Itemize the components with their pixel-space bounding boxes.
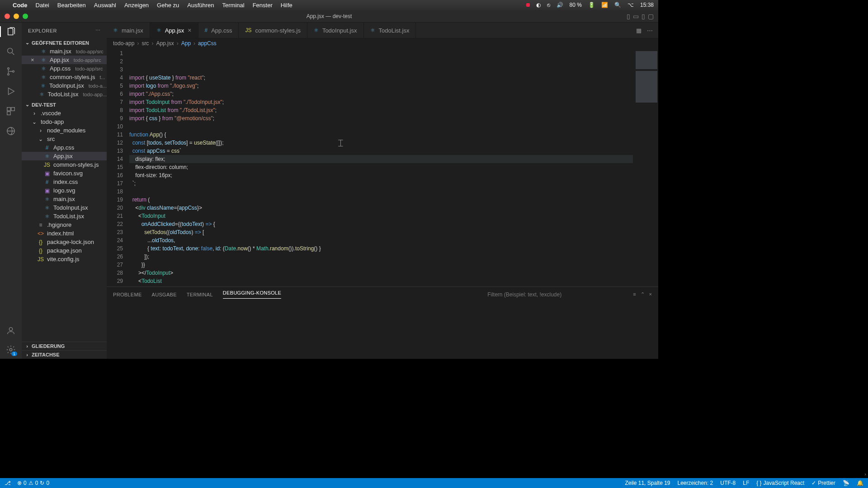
tray-battery-icon[interactable]: 🔋 bbox=[588, 2, 595, 8]
file-item[interactable]: <>index.html bbox=[22, 229, 107, 238]
code-editor[interactable]: ⌶ import { useState } from "react";impor… bbox=[129, 48, 633, 286]
file-item[interactable]: ▣favicon.svg bbox=[22, 169, 107, 178]
clock[interactable]: 15:38 bbox=[640, 2, 654, 8]
extensions-icon[interactable] bbox=[5, 106, 16, 117]
close-icon[interactable]: × bbox=[31, 56, 37, 63]
maximize-window-button[interactable] bbox=[23, 14, 28, 19]
breadcrumb-segment[interactable]: todo-app bbox=[113, 40, 134, 47]
search-icon[interactable] bbox=[5, 46, 16, 57]
more-actions-icon[interactable]: ⋯ bbox=[647, 27, 653, 34]
editor-tab[interactable]: ⚛︎TodoInput.jsx bbox=[307, 23, 364, 38]
folder-item[interactable]: ›node_modules bbox=[22, 126, 107, 135]
file-item[interactable]: ⚛︎App.jsx bbox=[22, 152, 107, 160]
menu-help[interactable]: Hilfe bbox=[281, 2, 292, 9]
file-item[interactable]: #App.css bbox=[22, 143, 107, 152]
chevron-right-icon: › bbox=[177, 40, 179, 47]
file-item[interactable]: {}package.json bbox=[22, 246, 107, 255]
outline-header[interactable]: › GLIEDERUNG bbox=[22, 342, 107, 350]
breadcrumb-segment[interactable]: App.jsx bbox=[156, 40, 174, 47]
folder-item[interactable]: ⌄todo-app bbox=[22, 117, 107, 126]
file-icon: ⚛︎ bbox=[40, 83, 47, 89]
battery-percent[interactable]: 80 % bbox=[570, 2, 582, 8]
svg-line-1 bbox=[12, 53, 14, 55]
open-editor-item[interactable]: ⚛︎App.csstodo-app/src bbox=[22, 64, 107, 73]
source-control-icon[interactable] bbox=[5, 66, 16, 77]
open-editor-item[interactable]: ⚛︎TodoList.jsxtodo-app... bbox=[22, 90, 107, 99]
toggle-sidebar-icon[interactable]: ▯ bbox=[627, 13, 630, 20]
breadcrumb[interactable]: todo-app›src›App.jsx›App›appCss bbox=[107, 38, 658, 48]
breadcrumb-segment[interactable]: App bbox=[181, 40, 191, 47]
menu-edit[interactable]: Bearbeiten bbox=[57, 2, 86, 9]
folder-item[interactable]: ›.vscode bbox=[22, 109, 107, 117]
file-item[interactable]: {}package-lock.json bbox=[22, 238, 107, 246]
editor-tab[interactable]: JScommon-styles.js bbox=[239, 23, 307, 38]
open-editors-header[interactable]: ⌄ GEÖFFNETE EDITOREN bbox=[22, 38, 107, 47]
file-item[interactable]: JScommon-styles.js bbox=[22, 160, 107, 169]
timeline-label: ZEITACHSE bbox=[32, 352, 60, 357]
toggle-secondary-sidebar-icon[interactable]: ▯ bbox=[642, 13, 645, 20]
menu-view[interactable]: Anzeigen bbox=[124, 2, 149, 9]
file-item[interactable]: ⚛︎main.jsx bbox=[22, 195, 107, 203]
file-item[interactable]: ⚛︎TodoList.jsx bbox=[22, 212, 107, 221]
project-header[interactable]: ⌄ DEV-TEST bbox=[22, 100, 107, 109]
app-name[interactable]: Code bbox=[13, 2, 28, 9]
editor-tab[interactable]: ⚛︎TodoList.jsx bbox=[364, 23, 416, 38]
run-debug-icon[interactable] bbox=[5, 86, 16, 97]
tray-volume-icon[interactable]: 🔊 bbox=[557, 2, 563, 8]
open-editor-item[interactable]: ⚛︎common-styles.jst... bbox=[22, 73, 107, 81]
panel-settings-icon[interactable]: ≡ bbox=[633, 291, 636, 297]
file-item[interactable]: ≡.hgignore bbox=[22, 221, 107, 229]
explorer-sidebar: EXPLORER ⋯ ⌄ GEÖFFNETE EDITOREN ⚛︎main.j… bbox=[22, 23, 107, 359]
editor-tab[interactable]: #App.css bbox=[198, 23, 239, 38]
minimize-window-button[interactable] bbox=[14, 14, 19, 19]
item-name: vite.config.js bbox=[47, 256, 80, 263]
editor-tab[interactable]: ⚛︎App.jsx× bbox=[150, 23, 198, 38]
file-item[interactable]: ⚛︎TodoInput.jsx bbox=[22, 203, 107, 212]
sidebar-more-icon[interactable]: ⋯ bbox=[95, 28, 101, 33]
open-editor-item[interactable]: ⚛︎TodoInput.jsxtodo-a... bbox=[22, 81, 107, 90]
file-item[interactable]: JSvite.config.js bbox=[22, 255, 107, 263]
folder-item[interactable]: ⌄src bbox=[22, 135, 107, 143]
file-item[interactable]: #index.css bbox=[22, 178, 107, 186]
customize-layout-icon[interactable]: ▢ bbox=[648, 13, 654, 20]
file-path: todo-app/src bbox=[74, 57, 101, 63]
open-editor-item[interactable]: ⚛︎main.jsxtodo-app/src bbox=[22, 47, 107, 56]
tray-control-center-icon[interactable]: ⌥ bbox=[627, 2, 634, 8]
toggle-panel-icon[interactable]: ▭ bbox=[633, 13, 639, 20]
debug-console-filter-input[interactable] bbox=[487, 291, 618, 298]
menu-run[interactable]: Ausführen bbox=[187, 2, 214, 9]
tray-wifi-icon[interactable]: 📶 bbox=[601, 2, 608, 8]
panel-tab[interactable]: DEBUGGING-KONSOLE bbox=[223, 290, 281, 299]
menu-go[interactable]: Gehe zu bbox=[157, 2, 179, 9]
panel-tab[interactable]: TERMINAL bbox=[187, 292, 213, 297]
panel-close-icon[interactable]: × bbox=[649, 291, 652, 297]
timeline-header[interactable]: › ZEITACHSE bbox=[22, 350, 107, 359]
settings-gear-icon[interactable] bbox=[5, 344, 16, 355]
editor-tab[interactable]: ⚛︎main.jsx bbox=[107, 23, 150, 38]
breadcrumb-segment[interactable]: src bbox=[142, 40, 149, 47]
record-icon[interactable] bbox=[526, 3, 530, 7]
tray-icon-2[interactable]: ⎋ bbox=[547, 2, 550, 8]
explorer-icon[interactable] bbox=[0, 26, 22, 37]
split-editor-icon[interactable]: ▦ bbox=[636, 27, 642, 34]
remote-icon[interactable] bbox=[5, 126, 16, 136]
menu-terminal[interactable]: Terminal bbox=[222, 2, 245, 9]
panel-maximize-icon[interactable]: ⌃ bbox=[641, 291, 645, 297]
close-window-button[interactable] bbox=[5, 14, 10, 19]
panel-tab[interactable]: AUSGABE bbox=[152, 292, 177, 297]
account-icon[interactable] bbox=[5, 325, 16, 336]
minimap[interactable] bbox=[633, 48, 658, 286]
file-path: todo-app/src bbox=[75, 66, 103, 71]
file-item[interactable]: ▣logo.svg bbox=[22, 186, 107, 195]
menu-window[interactable]: Fenster bbox=[253, 2, 273, 9]
tray-search-icon[interactable]: 🔍 bbox=[614, 2, 621, 8]
close-icon[interactable]: × bbox=[188, 27, 191, 34]
tray-icon-1[interactable]: ◐ bbox=[536, 2, 541, 8]
file-icon: JS bbox=[245, 27, 251, 33]
file-icon: ⚛︎ bbox=[43, 213, 51, 220]
panel-tab[interactable]: PROBLEME bbox=[113, 292, 142, 297]
open-editor-item[interactable]: ×⚛︎App.jsxtodo-app/src bbox=[22, 56, 107, 64]
menu-file[interactable]: Datei bbox=[36, 2, 49, 9]
breadcrumb-segment[interactable]: appCss bbox=[198, 40, 217, 47]
menu-selection[interactable]: Auswahl bbox=[94, 2, 116, 9]
